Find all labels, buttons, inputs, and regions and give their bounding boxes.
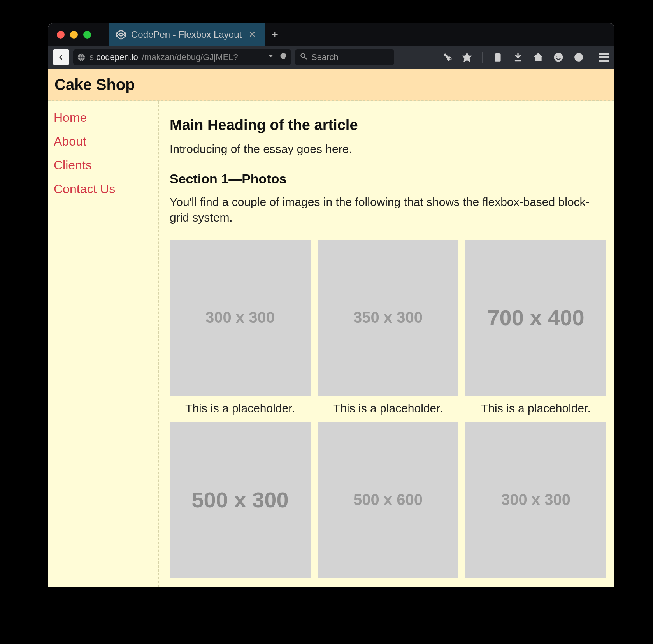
placeholder-image: 500 x 600 <box>318 422 458 578</box>
grid-tile: 300 x 300 <box>465 422 606 578</box>
smiley-icon[interactable] <box>553 52 563 62</box>
section1-body: You'll find a couple of images in the fo… <box>170 194 606 226</box>
svg-point-15 <box>559 56 560 57</box>
dropdown-icon[interactable] <box>267 52 275 62</box>
toolbar-separator <box>482 52 483 63</box>
search-icon <box>300 52 307 62</box>
svg-point-14 <box>556 56 558 57</box>
grid-tile: 300 x 300 This is a placeholder. <box>170 240 311 415</box>
browser-window: CodePen - Flexbox Layout ✕ + s.codepen.i… <box>48 23 614 587</box>
window-controls <box>48 23 109 46</box>
svg-point-17 <box>578 56 579 58</box>
grid-tile: 350 x 300 This is a placeholder. <box>318 240 458 415</box>
address-bar[interactable]: s.codepen.io/makzan/debug/GJjMEL? <box>73 49 291 65</box>
reload-icon[interactable] <box>279 52 287 62</box>
svg-rect-12 <box>515 60 521 61</box>
url-host: s.codepen.io <box>90 52 138 62</box>
nav-link-clients[interactable]: Clients <box>54 158 153 172</box>
placeholder-image: 700 x 400 <box>465 240 606 396</box>
photo-grid: 300 x 300 This is a placeholder. 350 x 3… <box>170 240 606 578</box>
placeholder-image: 300 x 300 <box>170 240 311 396</box>
nav-link-contact[interactable]: Contact Us <box>54 182 153 196</box>
download-icon[interactable] <box>513 52 523 62</box>
close-window-button[interactable] <box>57 31 65 39</box>
tab-close-button[interactable]: ✕ <box>246 30 258 40</box>
tile-caption: This is a placeholder. <box>185 402 295 415</box>
svg-point-13 <box>554 53 563 62</box>
globe-icon <box>77 53 86 62</box>
grid-tile: 700 x 400 This is a placeholder. <box>465 240 606 415</box>
nav-link-about[interactable]: About <box>54 134 153 149</box>
clipboard-icon[interactable] <box>493 52 503 62</box>
search-placeholder: Search <box>311 52 339 62</box>
tile-caption: This is a placeholder. <box>333 402 443 415</box>
grid-tile: 500 x 600 <box>318 422 458 578</box>
tab-strip: CodePen - Flexbox Layout ✕ + <box>48 23 614 46</box>
browser-toolbar: s.codepen.io/makzan/debug/GJjMEL? Search <box>48 46 614 69</box>
home-icon[interactable] <box>533 52 543 62</box>
placeholder-image: 300 x 300 <box>465 422 606 578</box>
article-intro: Introducing of the essay goes here. <box>170 141 606 157</box>
codepen-icon <box>116 29 126 40</box>
menu-button[interactable] <box>594 51 609 63</box>
meter-icon[interactable] <box>574 52 584 62</box>
star-icon[interactable] <box>462 52 472 62</box>
browser-tab[interactable]: CodePen - Flexbox Layout ✕ <box>109 23 265 46</box>
placeholder-image: 350 x 300 <box>318 240 458 396</box>
svg-marker-6 <box>463 53 471 62</box>
section1-title: Section 1—Photos <box>170 171 606 187</box>
back-button[interactable] <box>53 49 69 65</box>
search-box[interactable]: Search <box>295 49 394 65</box>
wrench-icon[interactable] <box>442 52 452 62</box>
minimize-window-button[interactable] <box>70 31 78 39</box>
page-content: Cake Shop Home About Clients Contact Us … <box>48 69 614 587</box>
svg-rect-8 <box>497 53 499 55</box>
article-heading: Main Heading of the article <box>170 117 606 134</box>
sidebar-nav: Home About Clients Contact Us <box>48 101 159 587</box>
toolbar-icons <box>442 51 609 63</box>
svg-line-5 <box>305 57 307 59</box>
new-tab-button[interactable]: + <box>265 23 284 46</box>
tab-title: CodePen - Flexbox Layout <box>131 29 242 40</box>
nav-link-home[interactable]: Home <box>54 111 153 125</box>
url-path: /makzan/debug/GJjMEL? <box>142 52 238 62</box>
site-title: Cake Shop <box>54 76 608 93</box>
grid-tile: 500 x 300 <box>170 422 311 578</box>
page-body: Home About Clients Contact Us Main Headi… <box>48 101 614 587</box>
main-article: Main Heading of the article Introducing … <box>159 101 614 587</box>
placeholder-image: 500 x 300 <box>170 422 311 578</box>
site-header: Cake Shop <box>48 69 614 101</box>
tile-caption: This is a placeholder. <box>481 402 591 415</box>
maximize-window-button[interactable] <box>83 31 91 39</box>
